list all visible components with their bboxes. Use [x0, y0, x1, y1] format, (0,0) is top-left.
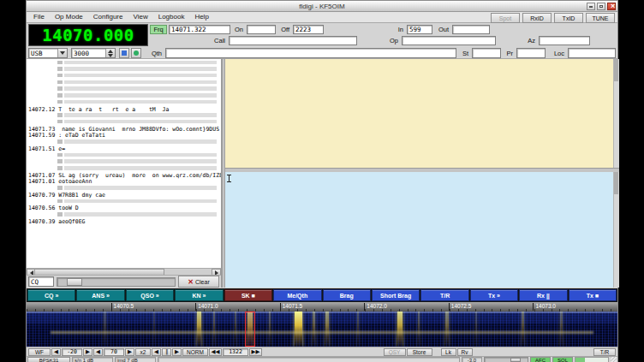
call-input[interactable]: [229, 36, 357, 45]
rx-text-panel[interactable]: [225, 59, 619, 169]
wf-lower-inc-button[interactable]: ▶: [83, 348, 92, 356]
browser-row[interactable]: [27, 59, 221, 66]
tx-scroll-thumb[interactable]: [614, 172, 618, 194]
macro-button[interactable]: T/R: [420, 289, 468, 301]
macro-button[interactable]: Tx ■: [569, 289, 617, 301]
menu-item[interactable]: View: [128, 12, 152, 22]
wf-shift-left-button[interactable]: ◀: [152, 348, 161, 356]
browser-row[interactable]: 14070.39 aeoQf0EG: [27, 217, 221, 224]
macro-button[interactable]: Me/Qth: [273, 289, 321, 301]
spinner-arrows-icon[interactable]: [105, 49, 115, 57]
wf-range-dec-button[interactable]: ◀: [93, 348, 103, 356]
menu-item[interactable]: Op Mode: [50, 12, 88, 22]
maximize-button[interactable]: [597, 3, 605, 10]
wf-menu-button[interactable]: WF: [28, 348, 51, 356]
menubar-button[interactable]: RxID: [522, 13, 552, 23]
macro-button[interactable]: QSO »: [126, 289, 174, 301]
browser-row[interactable]: [27, 118, 221, 125]
browser-hscrollbar[interactable]: [27, 268, 221, 275]
lock-button[interactable]: Lk: [441, 348, 456, 356]
title-bar[interactable]: fldigi - KF5OIM: [27, 1, 617, 12]
browser-row[interactable]: [27, 151, 221, 158]
menu-item[interactable]: Logbook: [153, 12, 190, 22]
browser-row[interactable]: [27, 92, 221, 99]
macro-button[interactable]: CQ »: [27, 289, 75, 301]
browser-row[interactable]: 14070.56 tooW D: [27, 205, 221, 211]
bandwidth-spinner[interactable]: 3000: [71, 48, 116, 58]
op-input[interactable]: [402, 36, 496, 45]
pr-input[interactable]: [516, 48, 546, 58]
time-off-input[interactable]: 2223: [293, 25, 324, 34]
browser-row[interactable]: [27, 112, 221, 119]
rx-scrollbar[interactable]: [613, 59, 619, 168]
store-button[interactable]: Store: [407, 348, 432, 356]
browser-row[interactable]: [27, 185, 221, 192]
waterfall-carrier-marker[interactable]: [245, 312, 255, 347]
browser-row[interactable]: [27, 66, 221, 73]
browser-clear-button[interactable]: Clear: [178, 276, 219, 288]
wf-zoom-button[interactable]: x2: [135, 348, 151, 356]
browser-row[interactable]: [27, 211, 221, 218]
macro-button[interactable]: SK ■: [224, 289, 272, 301]
menu-item[interactable]: File: [28, 12, 50, 22]
menu-item[interactable]: Configure: [88, 12, 128, 22]
browser-squelch-thumb[interactable]: [67, 278, 82, 286]
browser-row[interactable]: [27, 158, 221, 165]
frq-input[interactable]: 14071.322: [169, 25, 230, 34]
macro-button[interactable]: Brag: [323, 289, 371, 301]
time-on-input[interactable]: [247, 25, 276, 34]
mode-status-button[interactable]: BPSK31: [27, 357, 70, 362]
browser-row[interactable]: 14071.73 name is Giovanni mrno JM88DVfo:…: [27, 125, 221, 132]
browser-row[interactable]: [27, 86, 221, 92]
waterfall[interactable]: [27, 312, 617, 347]
macro-button[interactable]: ANS »: [76, 289, 124, 301]
macro-button[interactable]: Rx ||: [519, 289, 567, 301]
macro-button[interactable]: Tx »: [470, 289, 518, 301]
qth-input[interactable]: [165, 48, 456, 58]
sql-toggle[interactable]: SQL: [552, 357, 573, 362]
browser-row[interactable]: [27, 79, 221, 86]
qsy-button[interactable]: QSY: [384, 348, 406, 356]
browser-row[interactable]: 14070.79 W7R8B1 dmy cae: [27, 191, 221, 198]
wf-range-value[interactable]: 70: [104, 348, 124, 356]
st-input[interactable]: [472, 48, 501, 58]
rst-out-input[interactable]: [452, 25, 490, 34]
chevron-down-icon[interactable]: [57, 49, 67, 57]
carrier-frequency-value[interactable]: 1322: [223, 348, 248, 356]
menubar-button[interactable]: TUNE: [586, 13, 615, 23]
resize-grip[interactable]: [611, 357, 617, 362]
rst-in-input[interactable]: 599: [407, 25, 432, 34]
rig-mode-select[interactable]: USB: [28, 48, 68, 58]
frequency-display[interactable]: 14070.000: [28, 24, 148, 46]
macro-button[interactable]: Short Brag: [372, 289, 420, 301]
tx-level-value[interactable]: -3.0: [462, 357, 482, 362]
browser-row[interactable]: [27, 72, 221, 79]
browser-row[interactable]: [27, 98, 221, 105]
browser-row[interactable]: 14071.59 : eTaD eTaTati: [27, 132, 221, 139]
wf-lower-dec-button[interactable]: ◀: [51, 348, 61, 356]
close-button[interactable]: [607, 3, 616, 10]
tx-rx-button[interactable]: T/R: [593, 348, 616, 356]
wf-range-inc-button[interactable]: ▶: [125, 348, 134, 356]
browser-seek-input[interactable]: CQ: [28, 276, 54, 287]
tx-level-slider[interactable]: [484, 357, 528, 362]
reverse-button[interactable]: Rv: [457, 348, 473, 356]
carrier-coarse-down-button[interactable]: ◀◀: [209, 348, 222, 356]
tx-level-thumb[interactable]: [510, 358, 521, 362]
loc-input[interactable]: [568, 48, 616, 58]
browser-squelch-slider[interactable]: [57, 277, 176, 287]
browser-row[interactable]: [27, 165, 221, 172]
afc-toggle[interactable]: AFC: [530, 357, 551, 362]
wf-center-button[interactable]: ∥: [162, 348, 171, 356]
menu-item[interactable]: Help: [189, 12, 213, 22]
menubar-button[interactable]: TxID: [554, 13, 583, 23]
bw-reverse-button[interactable]: [131, 48, 141, 58]
wf-lower-value[interactable]: -20: [62, 348, 82, 356]
az-input[interactable]: [539, 36, 590, 45]
carrier-coarse-up-button[interactable]: ▶▶: [249, 348, 262, 356]
macro-button[interactable]: KN »: [175, 289, 223, 301]
browser-row[interactable]: 14071.07 SL ag (sorry ureau) more on www…: [27, 171, 221, 178]
menubar-button[interactable]: Spot: [491, 13, 520, 23]
bw-store-button[interactable]: [119, 48, 129, 58]
browser-row[interactable]: [27, 139, 221, 145]
